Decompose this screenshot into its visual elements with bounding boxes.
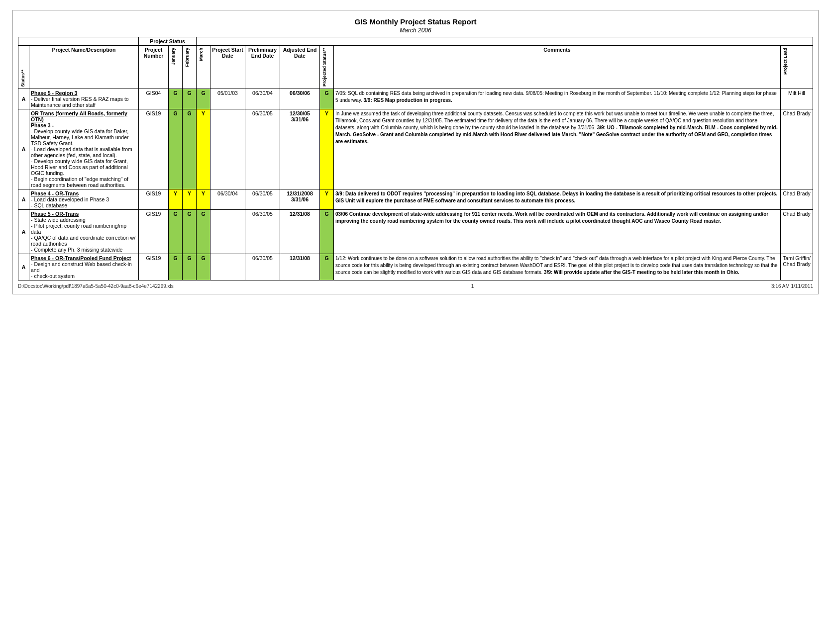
project-status-header: Project Status bbox=[139, 37, 197, 46]
project-description: - Design and construct Web based check-i… bbox=[31, 261, 132, 279]
comment-bold: 3/9: Data delivered to ODOT requires "pr… bbox=[335, 191, 777, 203]
project-name-cell: Phase 6 - OR-Trans/Pooled Fund Project- … bbox=[29, 254, 139, 280]
status-cell: A bbox=[18, 254, 29, 280]
report-title: GIS Monthly Project Status Report bbox=[18, 15, 813, 27]
start-date-header: Project Start Date bbox=[210, 46, 245, 89]
comments-header: Comments bbox=[334, 46, 781, 89]
march-status-cell: Y bbox=[197, 109, 210, 189]
start-date-cell: 06/30/04 bbox=[210, 189, 245, 210]
project-name-bold: Phase 6 - OR-Trans/Pooled Fund Project bbox=[31, 255, 131, 261]
project-number-cell: GIS04 bbox=[139, 89, 169, 109]
january-status-cell: G bbox=[169, 254, 183, 280]
comments-cell: 7/05: SQL db containing RES data being a… bbox=[334, 89, 781, 109]
adj-end-cell: 12/31/08 bbox=[280, 254, 320, 280]
project-name-cell: OR Trans (formerly All Roads, formerly O… bbox=[29, 109, 139, 189]
february-status-cell: G bbox=[183, 210, 197, 254]
mar-header: March bbox=[197, 46, 210, 89]
project-lead-cell: Chad Brady bbox=[781, 109, 813, 189]
adj-end-cell: 12/31/08 bbox=[280, 210, 320, 254]
project-description: - State wide addressing - Pilot project;… bbox=[31, 217, 135, 253]
comments-cell: 3/9: Data delivered to ODOT requires "pr… bbox=[334, 189, 781, 210]
january-status-cell: G bbox=[169, 210, 183, 254]
project-description: - Deliver final version RES & RAZ maps t… bbox=[31, 96, 129, 108]
prelim-end-cell: 06/30/04 bbox=[245, 89, 280, 109]
status-cell: A bbox=[18, 109, 29, 189]
adj-end-cell: 12/30/05 3/31/06 bbox=[280, 109, 320, 189]
prelim-end-cell: 06/30/05 bbox=[245, 109, 280, 189]
project-name-bold: Phase 5 - OR-Trans bbox=[31, 211, 79, 217]
prelim-end-cell: 06/30/05 bbox=[245, 210, 280, 254]
report-subtitle: March 2006 bbox=[18, 27, 813, 37]
project-lead-cell: Chad Brady bbox=[781, 210, 813, 254]
footer-center: 1 bbox=[471, 283, 474, 289]
project-lead-cell: Tami Griffin/ Chad Brady bbox=[781, 254, 813, 280]
project-lead-cell: Chad Brady bbox=[781, 189, 813, 210]
january-status-cell: G bbox=[169, 89, 183, 109]
jan-header: January bbox=[169, 46, 183, 89]
march-status-cell: G bbox=[197, 89, 210, 109]
empty-header-2 bbox=[197, 37, 813, 46]
project-name-cell: Phase 5 - Region 3- Deliver final versio… bbox=[29, 89, 139, 109]
proj-status-header: Projected Status** bbox=[320, 46, 334, 89]
march-status-cell: G bbox=[197, 254, 210, 280]
projected-status-cell: G bbox=[320, 210, 334, 254]
comment-bold: 3/9: Will provide update after the GIS-T… bbox=[544, 270, 739, 275]
end-date-header: Preliminary End Date bbox=[245, 46, 280, 89]
comments-cell: In June we assumed the task of developin… bbox=[334, 109, 781, 189]
status-header: Status** bbox=[18, 46, 29, 89]
comment-bold: 3/9: RES Map production in progress. bbox=[364, 97, 452, 103]
project-number-cell: GIS19 bbox=[139, 210, 169, 254]
status-cell: A bbox=[18, 210, 29, 254]
projected-status-cell: Y bbox=[320, 189, 334, 210]
projected-status-cell: G bbox=[320, 89, 334, 109]
february-status-cell: G bbox=[183, 89, 197, 109]
table-row: APhase 4 - OR-Trans- Load data developed… bbox=[18, 189, 813, 210]
page-container: GIS Monthly Project Status Report March … bbox=[12, 10, 819, 294]
january-status-cell: Y bbox=[169, 189, 183, 210]
project-name-bold: OR Trans (formerly All Roads, formerly O… bbox=[31, 110, 127, 122]
table-row: APhase 5 - Region 3- Deliver final versi… bbox=[18, 89, 813, 109]
status-cell: A bbox=[18, 189, 29, 210]
table-body: APhase 5 - Region 3- Deliver final versi… bbox=[18, 89, 813, 280]
table-row: APhase 6 - OR-Trans/Pooled Fund Project-… bbox=[18, 254, 813, 280]
project-number-cell: GIS19 bbox=[139, 189, 169, 210]
february-status-cell: G bbox=[183, 254, 197, 280]
footer: D:\Docstoc\Working\pdf\1897a6a5-5a50-42c… bbox=[18, 280, 813, 289]
adj-end-cell: 12/31/2008 3/31/06 bbox=[280, 189, 320, 210]
project-phase: Phase 3 - bbox=[31, 122, 54, 128]
table-row: AOR Trans (formerly All Roads, formerly … bbox=[18, 109, 813, 189]
footer-left: D:\Docstoc\Working\pdf\1897a6a5-5a50-42c… bbox=[18, 283, 174, 289]
header-row-1: Project Status bbox=[18, 37, 813, 46]
main-table: Project Status Status** Project Name/Des… bbox=[18, 37, 813, 280]
project-name-bold: Phase 5 - Region 3 bbox=[31, 90, 77, 96]
project-name-cell: Phase 4 - OR-Trans- Load data developed … bbox=[29, 189, 139, 210]
comments-cell: 1/12: Work continues to be done on a sof… bbox=[334, 254, 781, 280]
status-cell: A bbox=[18, 89, 29, 109]
march-status-cell: G bbox=[197, 210, 210, 254]
feb-header: February bbox=[183, 46, 197, 89]
adj-end-cell: 06/30/06 bbox=[280, 89, 320, 109]
project-number-cell: GIS19 bbox=[139, 109, 169, 189]
prelim-end-cell: 06/30/05 bbox=[245, 254, 280, 280]
project-number-cell: GIS19 bbox=[139, 254, 169, 280]
january-status-cell: G bbox=[169, 109, 183, 189]
proj-num-header: Project Number bbox=[139, 46, 169, 89]
adj-end-header: Adjusted End Date bbox=[280, 46, 320, 89]
proj-lead-header: Project Lead bbox=[781, 46, 813, 89]
project-description: - Develop county-wide GIS data for Baker… bbox=[31, 128, 132, 188]
projected-status-cell: G bbox=[320, 254, 334, 280]
project-name-cell: Phase 5 - OR-Trans- State wide addressin… bbox=[29, 210, 139, 254]
comments-cell: 03/06 Continue development of state-wide… bbox=[334, 210, 781, 254]
start-date-cell bbox=[210, 109, 245, 189]
start-date-cell bbox=[210, 254, 245, 280]
header-row-2: Status** Project Name/Description Projec… bbox=[18, 46, 813, 89]
project-description: - Load data developed in Phase 3 - SQL d… bbox=[31, 196, 109, 208]
project-name-bold: Phase 4 - OR-Trans bbox=[31, 190, 79, 196]
footer-right: 3:16 AM 1/11/2011 bbox=[771, 283, 813, 289]
start-date-cell: 05/01/03 bbox=[210, 89, 245, 109]
february-status-cell: G bbox=[183, 109, 197, 189]
comment-bold: 03/06 Continue development of state-wide… bbox=[335, 211, 768, 224]
start-date-cell bbox=[210, 210, 245, 254]
prelim-end-cell: 06/30/05 bbox=[245, 189, 280, 210]
table-row: APhase 5 - OR-Trans- State wide addressi… bbox=[18, 210, 813, 254]
